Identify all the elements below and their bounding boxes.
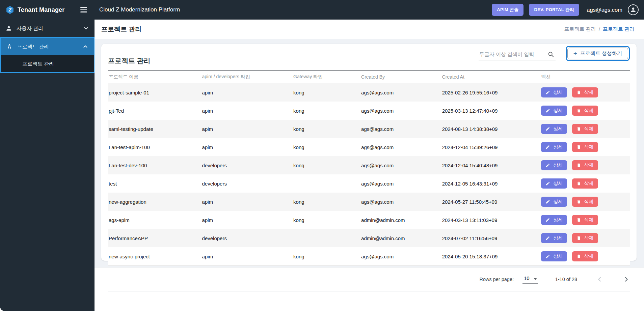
- breadcrumb-separator: /: [599, 26, 600, 32]
- cell-created-by: ags@ags.com: [358, 193, 439, 211]
- cell-actions: 상세 삭제: [538, 156, 630, 174]
- detail-button[interactable]: 상세: [541, 178, 567, 189]
- cell-type: developers: [199, 174, 291, 193]
- cell-project-name: PerformanceAPP: [108, 229, 199, 247]
- detail-button-label: 상세: [553, 199, 563, 205]
- top-header: Z Tenant Manager Cloud Z Modernization P…: [0, 0, 644, 20]
- cell-project-name: new-async-project: [108, 247, 199, 266]
- delete-button[interactable]: 삭제: [572, 215, 598, 225]
- detail-button[interactable]: 상세: [541, 233, 567, 243]
- delete-button[interactable]: 삭제: [572, 160, 598, 170]
- breadcrumb-current[interactable]: 프로젝트 관리: [603, 26, 635, 32]
- sidebar-subitem-label: 프로젝트 관리: [22, 61, 54, 67]
- cell-created-at: 2025-02-26 19:55:16+09: [439, 83, 539, 102]
- rows-per-page-select[interactable]: 10: [522, 275, 538, 284]
- search-icon[interactable]: [547, 51, 555, 58]
- delete-button[interactable]: 삭제: [572, 251, 598, 261]
- chevron-down-icon: [83, 25, 89, 31]
- cell-actions: 상세 삭제: [538, 102, 630, 120]
- cell-created-at: 2024-07-02 11:16:56+09: [439, 229, 539, 247]
- search-input[interactable]: [479, 49, 556, 60]
- detail-button[interactable]: 상세: [541, 87, 567, 97]
- topbar-right: APIM 콘솔 DEV. PORTAL 관리 ags@ags.com: [492, 4, 644, 16]
- delete-button[interactable]: 삭제: [572, 87, 598, 97]
- detail-button-label: 상세: [553, 108, 563, 114]
- delete-button-label: 삭제: [584, 89, 594, 95]
- cell-actions: 상세 삭제: [538, 174, 630, 193]
- create-project-label: 프로젝트 생성하기: [580, 50, 622, 57]
- cell-gateway: kong: [291, 120, 358, 138]
- detail-button-label: 상세: [553, 144, 563, 150]
- sidebar-subitem-project-management[interactable]: 프로젝트 관리: [1, 55, 94, 72]
- detail-button[interactable]: 상세: [541, 215, 567, 225]
- column-header-created-by: Created By: [358, 70, 439, 83]
- cell-gateway: kong: [291, 247, 358, 266]
- table-row: PerformanceAPP developers admin@admin.co…: [108, 229, 630, 247]
- cell-created-at: 2024-12-05 16:43:31+09: [439, 174, 539, 193]
- cell-project-name: pjt-Ted: [108, 102, 199, 120]
- sidebar-group-project-management: 프로젝트 관리 프로젝트 관리: [0, 37, 95, 73]
- pencil-icon: [545, 90, 550, 95]
- pencil-icon: [545, 108, 550, 113]
- breadcrumb-parent[interactable]: 프로젝트 관리: [564, 26, 596, 32]
- cell-actions: 상세 삭제: [538, 247, 630, 266]
- dev-portal-button[interactable]: DEV. PORTAL 관리: [529, 4, 579, 16]
- trash-icon: [576, 126, 581, 131]
- cell-project-name: Lan-test-dev-100: [108, 156, 199, 174]
- sidebar-item-user-management[interactable]: 사용자 관리: [0, 20, 95, 37]
- delete-button[interactable]: 삭제: [572, 124, 598, 134]
- sidebar-submenu: 프로젝트 관리: [1, 55, 94, 72]
- menu-icon[interactable]: [80, 6, 88, 13]
- trash-icon: [576, 181, 581, 186]
- detail-button[interactable]: 상세: [541, 106, 567, 116]
- table-row: new-aggregation apim kong ags@ags.com 20…: [108, 193, 630, 211]
- detail-button-label: 상세: [553, 217, 563, 223]
- sidebar-item-project-management[interactable]: 프로젝트 관리: [1, 38, 94, 55]
- delete-button-label: 삭제: [584, 253, 594, 259]
- table-row: Lan-test-dev-100 developers kong ags@ags…: [108, 156, 630, 174]
- delete-button[interactable]: 삭제: [572, 178, 598, 189]
- detail-button-label: 상세: [553, 89, 563, 95]
- delete-button[interactable]: 삭제: [572, 197, 598, 207]
- create-project-button[interactable]: + 프로젝트 생성하기: [567, 48, 628, 59]
- detail-button-label: 상세: [553, 235, 563, 241]
- cell-gateway: kong: [291, 102, 358, 120]
- next-page-button[interactable]: [622, 276, 630, 283]
- detail-button[interactable]: 상세: [541, 124, 567, 134]
- avatar-icon[interactable]: [628, 4, 639, 15]
- delete-button-label: 삭제: [584, 162, 594, 168]
- detail-button[interactable]: 상세: [541, 142, 567, 152]
- table-row: new-async-project apim kong ags@ags.com …: [108, 247, 630, 266]
- brand: Z Tenant Manager: [5, 5, 65, 15]
- plus-icon: +: [573, 51, 577, 56]
- trash-icon: [576, 199, 581, 204]
- detail-button[interactable]: 상세: [541, 251, 567, 261]
- cell-type: developers: [199, 156, 291, 174]
- app-title: Cloud Z Modernization Platform: [99, 6, 180, 13]
- column-header-gateway: Gateway 타입: [291, 70, 358, 83]
- cell-created-at: 2024-05-27 11:50:45+09: [439, 193, 539, 211]
- delete-button[interactable]: 삭제: [572, 142, 598, 152]
- app-root: Z Tenant Manager Cloud Z Modernization P…: [0, 0, 644, 311]
- cell-actions: 상세 삭제: [538, 229, 630, 247]
- trash-icon: [576, 218, 581, 222]
- trash-icon: [576, 145, 581, 149]
- delete-button-label: 삭제: [584, 126, 594, 132]
- delete-button[interactable]: 삭제: [572, 106, 598, 116]
- project-card: 프로젝트 관리 +: [101, 44, 637, 261]
- cell-gateway: kong: [291, 211, 358, 229]
- previous-page-button[interactable]: [596, 276, 603, 283]
- pencil-icon: [545, 145, 550, 149]
- cell-created-by: ags@ags.com: [358, 156, 439, 174]
- chevron-up-icon: [82, 44, 88, 50]
- cell-project-name: Lan-test-apim-100: [108, 138, 199, 156]
- main-area: 프로젝트 관리 프로젝트 관리 / 프로젝트 관리 프로젝트 관리: [95, 20, 644, 311]
- table-row: Lan-test-apim-100 apim kong ags@ags.com …: [108, 138, 630, 156]
- detail-button[interactable]: 상세: [541, 160, 567, 170]
- delete-button[interactable]: 삭제: [572, 233, 598, 243]
- delete-button-label: 삭제: [584, 108, 594, 114]
- rows-per-page-label: Rows per page:: [479, 277, 514, 282]
- apim-console-button[interactable]: APIM 콘솔: [492, 4, 524, 16]
- table-body: project-sample-01 apim kong ags@ags.com …: [108, 83, 630, 266]
- detail-button[interactable]: 상세: [541, 197, 567, 207]
